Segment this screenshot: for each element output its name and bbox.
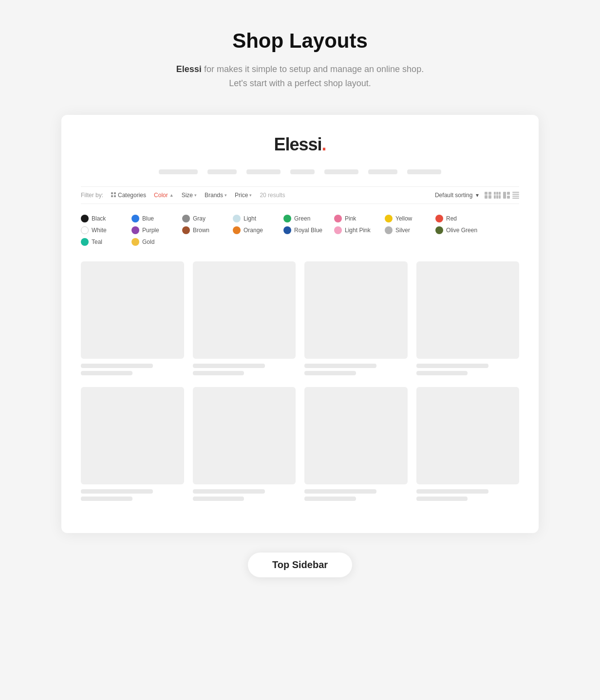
nav-bar-1 xyxy=(159,169,198,174)
svg-rect-1 xyxy=(114,192,116,194)
filter-categories[interactable]: Categories xyxy=(111,192,146,199)
color-item[interactable]: Pink xyxy=(334,215,373,222)
chevron-down-icon: ▲ xyxy=(169,193,174,198)
color-item[interactable]: Silver xyxy=(385,226,424,234)
color-item[interactable]: Blue xyxy=(131,215,170,222)
color-label: Light xyxy=(244,215,256,222)
filter-label: Filter by: xyxy=(81,192,103,199)
color-item[interactable]: Royal Blue xyxy=(283,226,322,234)
filter-size[interactable]: Size ▾ xyxy=(182,192,197,199)
nav-bar-5 xyxy=(324,169,358,174)
color-item[interactable]: Red xyxy=(435,215,474,222)
nav-bar-4 xyxy=(290,169,315,174)
product-price-line xyxy=(81,497,132,501)
layout-badge[interactable]: Top Sidebar xyxy=(248,553,352,577)
color-label: Olive Green xyxy=(446,227,477,234)
nav-bar-3 xyxy=(246,169,281,174)
product-card[interactable] xyxy=(304,387,408,504)
subtitle-text: for makes it simple to setup and manage … xyxy=(202,64,424,88)
product-grid xyxy=(81,261,519,504)
product-card[interactable] xyxy=(416,261,520,378)
color-label: Pink xyxy=(345,215,356,222)
results-count: 20 results xyxy=(260,192,285,199)
product-image-placeholder xyxy=(416,387,520,484)
color-label: White xyxy=(92,227,107,234)
color-item[interactable]: Light Pink xyxy=(334,226,373,234)
color-item[interactable]: Gold xyxy=(131,238,170,246)
categories-label: Categories xyxy=(118,192,146,199)
product-title-line xyxy=(193,489,265,494)
size-label: Size xyxy=(182,192,193,199)
color-item[interactable]: Green xyxy=(283,215,322,222)
color-label: Yellow xyxy=(395,215,412,222)
color-label: Green xyxy=(294,215,310,222)
product-title-line xyxy=(304,364,376,368)
product-price-line xyxy=(304,497,356,501)
product-card[interactable] xyxy=(304,261,408,378)
view-list-icon[interactable] xyxy=(512,192,519,199)
product-card[interactable] xyxy=(81,387,184,504)
view-grid3-icon[interactable] xyxy=(494,192,501,199)
color-item[interactable]: Teal xyxy=(81,238,120,246)
product-price-line xyxy=(416,497,468,501)
product-title-line xyxy=(416,489,488,494)
filter-price[interactable]: Price ▾ xyxy=(235,192,252,199)
page-subtitle: Elessi for makes it simple to setup and … xyxy=(176,62,424,91)
color-label: Gray xyxy=(193,215,206,222)
nav-bar-7 xyxy=(407,169,441,174)
color-label: Silver xyxy=(395,227,410,234)
filter-brands[interactable]: Brands ▾ xyxy=(205,192,227,199)
color-item[interactable]: White xyxy=(81,226,120,234)
product-image-placeholder xyxy=(304,261,408,359)
color-label: Black xyxy=(92,215,106,222)
color-item[interactable]: Gray xyxy=(182,215,221,222)
product-card[interactable] xyxy=(193,387,296,504)
layout-label: Top Sidebar xyxy=(248,553,352,577)
product-image-placeholder xyxy=(416,261,520,359)
color-item[interactable]: Orange xyxy=(233,226,272,234)
brands-label: Brands xyxy=(205,192,223,199)
preview-logo: Elessi. xyxy=(81,134,519,155)
color-label: Teal xyxy=(92,239,102,245)
color-item[interactable]: Purple xyxy=(131,226,170,234)
nav-bar-2 xyxy=(207,169,237,174)
color-label: Red xyxy=(446,215,457,222)
view-grid4-icon[interactable] xyxy=(485,192,491,199)
color-item[interactable]: Light xyxy=(233,215,272,222)
product-image-placeholder xyxy=(193,261,296,359)
product-title-line xyxy=(193,364,265,368)
product-price-line xyxy=(304,371,356,375)
svg-rect-2 xyxy=(111,195,113,197)
color-label: Orange xyxy=(244,227,263,234)
product-card[interactable] xyxy=(81,261,184,378)
product-image-placeholder xyxy=(193,387,296,484)
logo-dot: . xyxy=(322,134,326,154)
color-item[interactable]: Black xyxy=(81,215,120,222)
color-label: Color xyxy=(154,192,168,199)
product-price-line xyxy=(416,371,468,375)
color-label: Royal Blue xyxy=(294,227,322,234)
product-title-line xyxy=(81,489,153,494)
product-image-placeholder xyxy=(81,387,184,484)
color-label: Brown xyxy=(193,227,209,234)
chevron-size-icon: ▾ xyxy=(194,193,197,198)
shop-preview: Elessi. Filter by: Categories Color ▲ Si… xyxy=(61,115,539,533)
price-label: Price xyxy=(235,192,248,199)
color-item[interactable]: Olive Green xyxy=(435,226,477,234)
color-label: Light Pink xyxy=(345,227,371,234)
view-icons xyxy=(485,192,519,199)
page-title: Shop Layouts xyxy=(232,29,368,53)
product-image-placeholder xyxy=(304,387,408,484)
color-item[interactable]: Brown xyxy=(182,226,221,234)
filter-color[interactable]: Color ▲ xyxy=(154,192,174,199)
product-price-line xyxy=(81,371,132,375)
color-item[interactable]: Yellow xyxy=(385,215,424,222)
product-price-line xyxy=(193,371,244,375)
product-title-line xyxy=(304,489,376,494)
product-card[interactable] xyxy=(416,387,520,504)
filter-bar: Filter by: Categories Color ▲ Size ▾ Bra… xyxy=(81,186,519,204)
product-card[interactable] xyxy=(193,261,296,378)
chevron-brands-icon: ▾ xyxy=(225,193,227,198)
svg-rect-0 xyxy=(111,192,113,194)
view-grid2-icon[interactable] xyxy=(503,192,510,199)
